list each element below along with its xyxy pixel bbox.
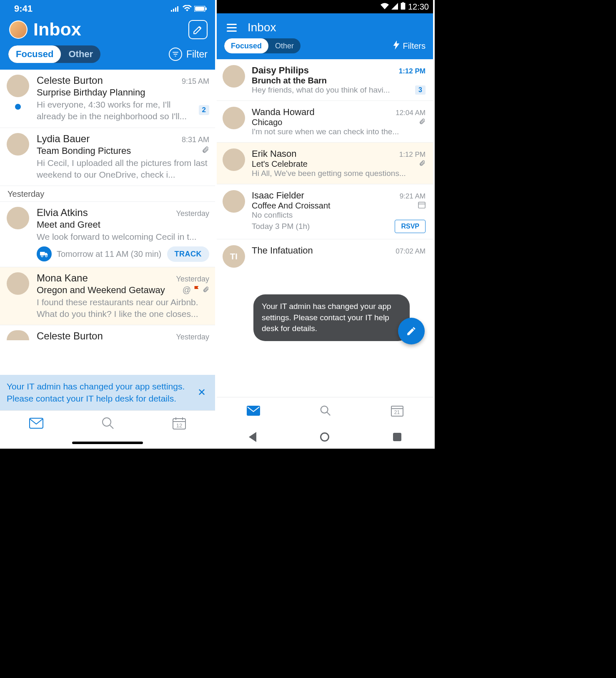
message-item[interactable]: Mona Kane Yesterday Oregon and Weekend G… bbox=[0, 267, 215, 326]
ios-header: 9:41 Inbox bbox=[0, 0, 215, 70]
cellular-icon bbox=[171, 3, 180, 14]
wifi-icon bbox=[381, 2, 389, 12]
delivery-icon bbox=[37, 246, 52, 261]
sender: Elvia Atkins bbox=[37, 207, 88, 218]
ios-outlook-screen: 9:41 Inbox bbox=[0, 0, 217, 449]
tab-focused[interactable]: Focused bbox=[224, 38, 268, 53]
track-button[interactable]: TRACK bbox=[167, 246, 210, 262]
battery-icon bbox=[194, 3, 207, 14]
menu-button[interactable] bbox=[227, 24, 237, 32]
svg-rect-24 bbox=[247, 406, 260, 416]
lightning-icon bbox=[393, 40, 400, 52]
message-item[interactable]: Isaac Fielder 9:21 AM Coffee And Croissa… bbox=[217, 184, 433, 239]
tab-focused[interactable]: Focused bbox=[8, 45, 61, 63]
compose-button[interactable] bbox=[188, 20, 208, 39]
preview: Hi Cecil, I uploaded all the pictures fr… bbox=[37, 157, 209, 181]
nav-search[interactable] bbox=[102, 417, 114, 431]
banner-text: Your IT admin has changed your app setti… bbox=[7, 381, 189, 404]
section-header-yesterday: Yesterday bbox=[0, 186, 215, 202]
nav-mail[interactable] bbox=[29, 418, 43, 430]
preview: I'm not sure when we can check into the.… bbox=[252, 127, 426, 136]
sender: Wanda Howard bbox=[252, 107, 315, 118]
rsvp-button[interactable]: RSVP bbox=[395, 220, 426, 233]
svg-rect-10 bbox=[40, 252, 45, 255]
message-item[interactable]: Wanda Howard 12:04 AM Chicago I'm not su… bbox=[217, 101, 433, 143]
preview: Hi everyone, 4:30 works for me, I'll alr… bbox=[37, 99, 195, 123]
back-button[interactable] bbox=[249, 432, 256, 442]
time: 9:15 AM bbox=[182, 77, 209, 86]
inbox-tabs: Focused Other bbox=[224, 38, 300, 53]
tab-other[interactable]: Other bbox=[61, 45, 100, 63]
preview: I found these restaurants near our Airbn… bbox=[37, 296, 209, 320]
status-time: 9:41 bbox=[14, 3, 33, 14]
nav-search[interactable] bbox=[320, 405, 331, 418]
page-title: Inbox bbox=[248, 21, 276, 34]
time: Yesterday bbox=[176, 275, 209, 284]
bottom-nav: 12 bbox=[0, 410, 215, 437]
mention-icon: @ bbox=[183, 285, 191, 295]
avatar bbox=[223, 65, 245, 88]
subject: Surprise Birthday Planning bbox=[37, 87, 209, 98]
account-avatar[interactable] bbox=[9, 20, 28, 39]
message-item[interactable]: Celeste Burton Yesterday bbox=[0, 325, 215, 347]
message-list[interactable]: Daisy Philips 1:12 PM Brunch at the Barn… bbox=[217, 59, 433, 397]
cellular-icon bbox=[391, 2, 398, 12]
recents-button[interactable] bbox=[393, 433, 401, 441]
subject: Let's Celebrate bbox=[252, 159, 308, 169]
sender: Celeste Burton bbox=[37, 75, 103, 86]
home-indicator bbox=[0, 437, 215, 449]
ios-status-bar: 9:41 bbox=[0, 0, 215, 16]
message-item[interactable]: Erik Nason 1:12 PM Let's Celebrate Hi Al… bbox=[217, 143, 433, 184]
sender: Isaac Fielder bbox=[252, 190, 304, 201]
calendar-day: 21 bbox=[391, 409, 403, 415]
message-item[interactable]: Lydia Bauer 8:31 AM Team Bonding Picture… bbox=[0, 128, 215, 186]
inbox-tabs: Focused Other bbox=[8, 45, 100, 63]
count-badge: 2 bbox=[199, 105, 209, 115]
avatar: TI bbox=[223, 245, 245, 268]
unread-indicator bbox=[15, 104, 21, 110]
sender: Erik Nason bbox=[252, 148, 297, 159]
time: 1:12 PM bbox=[399, 67, 426, 75]
subject: Oregon and Weekend Getaway bbox=[37, 285, 165, 296]
filters-label: Filters bbox=[403, 41, 426, 51]
svg-rect-1 bbox=[173, 9, 174, 12]
avatar bbox=[223, 190, 245, 213]
message-item[interactable]: TI The Infatuation 07:02 AM bbox=[217, 239, 433, 274]
preview: We look forward to welcoming Cecil in t.… bbox=[37, 231, 209, 243]
subject: Meet and Greet bbox=[37, 219, 209, 230]
filter-label: Filter bbox=[186, 49, 208, 60]
filter-button[interactable]: Filter bbox=[169, 48, 208, 61]
avatar bbox=[7, 75, 29, 97]
message-item[interactable]: Celeste Burton 9:15 AM Surprise Birthday… bbox=[0, 70, 215, 128]
filters-button[interactable]: Filters bbox=[393, 40, 426, 52]
tab-other[interactable]: Other bbox=[268, 38, 300, 53]
svg-rect-6 bbox=[205, 8, 207, 10]
subject: Team Bonding Pictures bbox=[37, 146, 131, 156]
compose-fab[interactable] bbox=[398, 318, 425, 344]
message-list[interactable]: Celeste Burton 9:15 AM Surprise Birthday… bbox=[0, 70, 215, 375]
close-icon[interactable]: ✕ bbox=[195, 386, 208, 399]
avatar bbox=[223, 148, 245, 171]
message-item[interactable]: Elvia Atkins Yesterday Meet and Greet We… bbox=[0, 202, 215, 267]
attachment-icon bbox=[202, 146, 209, 156]
svg-point-12 bbox=[45, 255, 47, 257]
svg-point-14 bbox=[103, 418, 111, 426]
wifi-icon bbox=[183, 3, 192, 14]
nav-calendar[interactable]: 12 bbox=[173, 417, 186, 431]
message-item[interactable]: Daisy Philips 1:12 PM Brunch at the Barn… bbox=[217, 59, 433, 101]
subject: Brunch at the Barn bbox=[252, 76, 426, 85]
time: 8:31 AM bbox=[182, 136, 209, 144]
nav-calendar[interactable]: 21 bbox=[391, 405, 403, 418]
nav-mail[interactable] bbox=[247, 406, 260, 417]
android-system-nav bbox=[217, 425, 433, 449]
android-header: Inbox Focused Other Filters bbox=[217, 13, 433, 59]
time: 1:12 PM bbox=[399, 151, 426, 159]
bottom-nav: 21 bbox=[217, 397, 433, 425]
home-button[interactable] bbox=[320, 432, 329, 442]
calendar-day: 12 bbox=[173, 422, 186, 429]
appointment-text: Tomorrow at 11 AM (30 min) bbox=[57, 249, 161, 259]
preview: No conflicts bbox=[252, 211, 426, 220]
svg-rect-5 bbox=[195, 7, 204, 11]
appointment-text: Today 3 PM (1h) bbox=[252, 222, 310, 231]
battery-icon bbox=[401, 2, 406, 12]
